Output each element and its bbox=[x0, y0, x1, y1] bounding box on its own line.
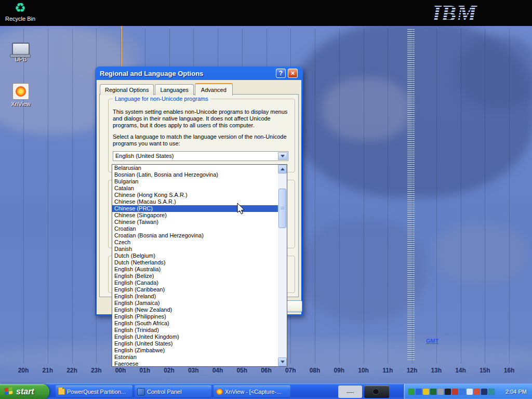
tray-icon-vpn[interactable] bbox=[430, 389, 436, 395]
dropdown-items: BelarusianBosnian (Latin, Bosnia and Her… bbox=[112, 165, 278, 366]
timezone-line bbox=[509, 29, 510, 364]
tray-icon-display[interactable] bbox=[445, 389, 451, 395]
tray-icon-alert[interactable] bbox=[474, 389, 480, 395]
tab-languages[interactable]: Languages bbox=[155, 84, 193, 95]
hour-label: 03h bbox=[188, 367, 199, 374]
dropdown-item[interactable]: English (United States) bbox=[112, 340, 278, 347]
start-label: start bbox=[16, 387, 34, 396]
dropdown-item[interactable]: Croatian bbox=[112, 225, 278, 232]
dropdown-item[interactable]: English (Australia) bbox=[112, 266, 278, 273]
hour-label: 01h bbox=[139, 367, 150, 374]
language-combobox[interactable]: English (United States) bbox=[113, 151, 288, 161]
dropdown-item[interactable]: English (South Africa) bbox=[112, 320, 278, 327]
taskbar-button[interactable]: ---- bbox=[338, 385, 362, 398]
hour-label: 14h bbox=[455, 367, 466, 374]
timezone-line bbox=[388, 29, 388, 364]
scroll-up-icon[interactable] bbox=[278, 165, 287, 174]
windows-flag-icon bbox=[5, 387, 14, 396]
tray-icon-network[interactable] bbox=[459, 389, 466, 395]
hour-label: 00h bbox=[115, 367, 126, 374]
tray-icon-update-shield[interactable] bbox=[423, 389, 429, 395]
hour-label: 20h bbox=[18, 367, 29, 374]
dropdown-item[interactable]: Czech bbox=[112, 239, 278, 246]
hour-label: 08h bbox=[310, 367, 321, 374]
taskbar-button[interactable]: PowerQuest Partition... bbox=[56, 385, 132, 398]
dropdown-item[interactable]: Chinese (Hong Kong S.A.R.) bbox=[112, 192, 278, 198]
dropdown-item[interactable]: Estonian bbox=[112, 354, 278, 361]
hour-label: 22h bbox=[66, 367, 77, 374]
dropdown-item[interactable]: English (Zimbabwe) bbox=[112, 347, 278, 354]
taskbar-button-label: PowerQuest Partition... bbox=[67, 389, 126, 395]
hour-label: 21h bbox=[42, 367, 53, 374]
desktop: GMT 20h21h22h23h00h01h02h03h04h05h06h07h… bbox=[0, 0, 532, 399]
taskbar-button[interactable] bbox=[364, 385, 389, 398]
xnview-app-icon bbox=[12, 83, 29, 100]
recycle-glyph-icon: ♻ bbox=[4, 1, 36, 15]
scroll-down-icon[interactable] bbox=[278, 357, 287, 366]
taskbar-button[interactable]: XnView - [<Capture-... bbox=[214, 385, 290, 398]
desktop-icon-dpb[interactable]: DPB bbox=[4, 43, 37, 62]
help-button[interactable]: ? bbox=[276, 69, 286, 78]
instruction-text: Select a language to match the language … bbox=[113, 134, 290, 147]
tab-regional-options[interactable]: Regional Options bbox=[100, 84, 154, 95]
hour-label: 23h bbox=[91, 367, 102, 374]
dropdown-item[interactable]: English (New Zealand) bbox=[112, 307, 278, 313]
dropdown-item[interactable]: English (Canada) bbox=[112, 280, 278, 286]
map-date-line-hatch bbox=[407, 29, 415, 361]
dropdown-item[interactable]: English (Philippines) bbox=[112, 313, 278, 320]
dropdown-item[interactable]: Croatian (Bosnia and Herzegovina) bbox=[112, 232, 278, 239]
tray-icon-antivirus[interactable] bbox=[452, 389, 458, 395]
dropdown-item[interactable]: Bosnian (Latin, Bosnia and Herzegovina) bbox=[112, 171, 278, 178]
dropdown-item[interactable]: English (United Kingdom) bbox=[112, 334, 278, 340]
dropdown-item[interactable]: Dutch (Netherlands) bbox=[112, 259, 278, 266]
language-dropdown-list: BelarusianBosnian (Latin, Bosnia and Her… bbox=[112, 164, 287, 367]
xnview-label: XnView bbox=[4, 101, 37, 107]
folder-icon bbox=[58, 389, 65, 395]
system-tray: 2:04 PM bbox=[403, 384, 532, 399]
dropdown-item[interactable]: Faeroese bbox=[112, 361, 278, 366]
start-button[interactable]: start bbox=[0, 384, 49, 399]
recycle-bin-icon[interactable]: ♻ Recycle Bin bbox=[4, 1, 36, 22]
dropdown-item[interactable]: Catalan bbox=[112, 185, 278, 192]
hour-label: 16h bbox=[504, 367, 515, 374]
timezone-line bbox=[412, 29, 413, 364]
dropdown-item[interactable]: Chinese (Taiwan) bbox=[112, 219, 278, 225]
dropdown-item[interactable]: English (Ireland) bbox=[112, 293, 278, 300]
hour-label: 04h bbox=[212, 367, 223, 374]
dropdown-item[interactable]: Chinese (Macau S.A.R.) bbox=[112, 198, 278, 205]
tray-icon-volume[interactable] bbox=[467, 389, 473, 395]
hour-label: 10h bbox=[358, 367, 369, 374]
tray-icon-group bbox=[408, 389, 495, 395]
window-titlebar[interactable]: Regional and Language Options ? × bbox=[97, 66, 301, 80]
dropdown-item[interactable]: Chinese (PRC) bbox=[112, 205, 278, 212]
dropdown-item[interactable]: English (Belize) bbox=[112, 273, 278, 280]
close-button[interactable]: × bbox=[288, 69, 298, 78]
dropdown-item[interactable]: English (Caribbean) bbox=[112, 286, 278, 293]
hour-label: 15h bbox=[480, 367, 490, 374]
mouse-cursor bbox=[237, 203, 246, 218]
tray-icon-scheduler[interactable] bbox=[481, 389, 487, 395]
dropdown-item[interactable]: Chinese (Singapore) bbox=[112, 212, 278, 219]
timezone-line bbox=[461, 29, 461, 364]
dropdown-item[interactable]: English (Jamaica) bbox=[112, 300, 278, 307]
tab-advanced[interactable]: Advanced bbox=[195, 83, 233, 96]
hour-label: 11h bbox=[382, 367, 393, 374]
tray-icon-sync[interactable] bbox=[488, 389, 495, 395]
scrollbar[interactable] bbox=[278, 165, 287, 366]
dropdown-item[interactable]: Danish bbox=[112, 246, 278, 252]
scrollbar-thumb[interactable] bbox=[278, 189, 286, 228]
dropdown-item[interactable]: Dutch (Belgium) bbox=[112, 252, 278, 259]
dropdown-item[interactable]: Belarusian bbox=[112, 165, 278, 171]
tray-icon-safely-remove[interactable] bbox=[408, 389, 415, 395]
dropdown-item[interactable]: Bulgarian bbox=[112, 178, 278, 185]
tray-icon-usb[interactable] bbox=[437, 389, 444, 395]
non-unicode-groupbox: Language for non-Unicode programs This s… bbox=[108, 99, 295, 172]
desktop-icon-xnview[interactable]: XnView bbox=[4, 83, 37, 107]
combobox-dropdown-icon[interactable] bbox=[278, 152, 287, 160]
timezone-line bbox=[485, 29, 485, 364]
taskbar-button[interactable]: Control Panel bbox=[135, 385, 211, 398]
description-text: This system setting enables non-Unicode … bbox=[113, 109, 290, 129]
clock[interactable]: 2:04 PM bbox=[506, 389, 527, 395]
tray-icon-messenger[interactable] bbox=[416, 389, 422, 395]
dropdown-item[interactable]: English (Trinidad) bbox=[112, 327, 278, 334]
